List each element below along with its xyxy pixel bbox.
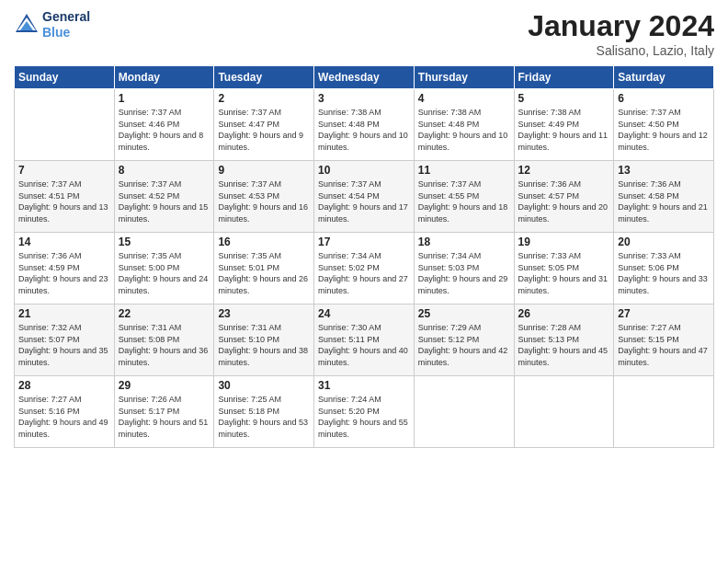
day-number: 10: [318, 164, 410, 177]
table-row: [15, 89, 115, 161]
col-monday: Monday: [114, 66, 214, 89]
day-number: 27: [618, 307, 710, 320]
day-number: 26: [518, 307, 610, 320]
day-number: 18: [418, 236, 510, 248]
day-number: 31: [318, 379, 410, 392]
table-row: 11Sunrise: 7:37 AMSunset: 4:55 PMDayligh…: [414, 161, 514, 233]
month-title: January 2024: [528, 9, 714, 43]
day-info: Sunrise: 7:33 AMSunset: 5:05 PMDaylight:…: [518, 250, 610, 296]
day-info: Sunrise: 7:25 AMSunset: 5:18 PMDaylight:…: [218, 394, 310, 440]
table-row: [614, 376, 714, 448]
col-sunday: Sunday: [15, 66, 115, 89]
logo-icon: [14, 12, 40, 38]
day-number: 22: [119, 307, 210, 320]
day-info: Sunrise: 7:34 AMSunset: 5:03 PMDaylight:…: [418, 250, 510, 296]
table-row: 18Sunrise: 7:34 AMSunset: 5:03 PMDayligh…: [414, 233, 514, 304]
day-info: Sunrise: 7:35 AMSunset: 5:01 PMDaylight:…: [218, 250, 310, 296]
day-number: 8: [119, 164, 210, 177]
day-info: Sunrise: 7:37 AMSunset: 4:52 PMDaylight:…: [119, 178, 210, 224]
day-info: Sunrise: 7:30 AMSunset: 5:11 PMDaylight:…: [318, 322, 410, 368]
day-number: 28: [18, 379, 110, 392]
day-number: 12: [518, 164, 610, 177]
col-wednesday: Wednesday: [314, 66, 415, 89]
col-tuesday: Tuesday: [214, 66, 314, 89]
table-row: 26Sunrise: 7:28 AMSunset: 5:13 PMDayligh…: [514, 304, 614, 376]
table-row: 3Sunrise: 7:38 AMSunset: 4:48 PMDaylight…: [314, 89, 415, 161]
table-row: 19Sunrise: 7:33 AMSunset: 5:05 PMDayligh…: [514, 233, 614, 304]
table-row: 16Sunrise: 7:35 AMSunset: 5:01 PMDayligh…: [214, 233, 314, 304]
table-row: 21Sunrise: 7:32 AMSunset: 5:07 PMDayligh…: [15, 304, 115, 376]
col-thursday: Thursday: [414, 66, 514, 89]
day-number: 21: [18, 307, 110, 320]
header: General Blue January 2024 Salisano, Lazi…: [14, 9, 714, 58]
table-row: 15Sunrise: 7:35 AMSunset: 5:00 PMDayligh…: [114, 233, 214, 304]
col-saturday: Saturday: [614, 66, 714, 89]
table-row: [414, 376, 514, 448]
table-row: 9Sunrise: 7:37 AMSunset: 4:53 PMDaylight…: [214, 161, 314, 233]
day-info: Sunrise: 7:38 AMSunset: 4:48 PMDaylight:…: [318, 107, 410, 153]
day-info: Sunrise: 7:27 AMSunset: 5:16 PMDaylight:…: [18, 394, 110, 440]
table-row: 24Sunrise: 7:30 AMSunset: 5:11 PMDayligh…: [314, 304, 415, 376]
table-row: 2Sunrise: 7:37 AMSunset: 4:47 PMDaylight…: [214, 89, 314, 161]
calendar-week-row: 14Sunrise: 7:36 AMSunset: 4:59 PMDayligh…: [15, 233, 714, 304]
col-friday: Friday: [514, 66, 614, 89]
calendar-week-row: 1Sunrise: 7:37 AMSunset: 4:46 PMDaylight…: [15, 89, 714, 161]
table-row: 14Sunrise: 7:36 AMSunset: 4:59 PMDayligh…: [15, 233, 115, 304]
table-row: 6Sunrise: 7:37 AMSunset: 4:50 PMDaylight…: [614, 89, 714, 161]
table-row: 7Sunrise: 7:37 AMSunset: 4:51 PMDaylight…: [15, 161, 115, 233]
day-number: 4: [418, 92, 510, 105]
logo: General Blue: [14, 9, 90, 40]
day-info: Sunrise: 7:36 AMSunset: 4:58 PMDaylight:…: [618, 178, 710, 224]
day-number: 14: [18, 236, 110, 248]
calendar-week-row: 28Sunrise: 7:27 AMSunset: 5:16 PMDayligh…: [15, 376, 714, 448]
location-subtitle: Salisano, Lazio, Italy: [528, 43, 714, 58]
table-row: 1Sunrise: 7:37 AMSunset: 4:46 PMDaylight…: [114, 89, 214, 161]
day-number: 7: [18, 164, 110, 177]
table-row: 23Sunrise: 7:31 AMSunset: 5:10 PMDayligh…: [214, 304, 314, 376]
day-number: 17: [318, 236, 410, 248]
day-info: Sunrise: 7:36 AMSunset: 4:57 PMDaylight:…: [518, 178, 610, 224]
day-info: Sunrise: 7:31 AMSunset: 5:10 PMDaylight:…: [218, 322, 310, 368]
logo-text-line1: General: [42, 9, 90, 25]
table-row: 4Sunrise: 7:38 AMSunset: 4:48 PMDaylight…: [414, 89, 514, 161]
table-row: 25Sunrise: 7:29 AMSunset: 5:12 PMDayligh…: [414, 304, 514, 376]
table-row: [514, 376, 614, 448]
table-row: 12Sunrise: 7:36 AMSunset: 4:57 PMDayligh…: [514, 161, 614, 233]
logo-text-line2: Blue: [42, 25, 90, 40]
table-row: 13Sunrise: 7:36 AMSunset: 4:58 PMDayligh…: [614, 161, 714, 233]
day-info: Sunrise: 7:37 AMSunset: 4:51 PMDaylight:…: [18, 178, 110, 224]
table-row: 22Sunrise: 7:31 AMSunset: 5:08 PMDayligh…: [114, 304, 214, 376]
day-info: Sunrise: 7:37 AMSunset: 4:53 PMDaylight:…: [218, 178, 310, 224]
day-number: 23: [218, 307, 310, 320]
day-info: Sunrise: 7:35 AMSunset: 5:00 PMDaylight:…: [119, 250, 210, 296]
table-row: 29Sunrise: 7:26 AMSunset: 5:17 PMDayligh…: [114, 376, 214, 448]
day-info: Sunrise: 7:34 AMSunset: 5:02 PMDaylight:…: [318, 250, 410, 296]
table-row: 27Sunrise: 7:27 AMSunset: 5:15 PMDayligh…: [614, 304, 714, 376]
table-row: 30Sunrise: 7:25 AMSunset: 5:18 PMDayligh…: [214, 376, 314, 448]
table-row: 10Sunrise: 7:37 AMSunset: 4:54 PMDayligh…: [314, 161, 415, 233]
day-info: Sunrise: 7:37 AMSunset: 4:47 PMDaylight:…: [218, 107, 310, 153]
day-info: Sunrise: 7:31 AMSunset: 5:08 PMDaylight:…: [119, 322, 210, 368]
day-info: Sunrise: 7:29 AMSunset: 5:12 PMDaylight:…: [418, 322, 510, 368]
day-number: 15: [119, 236, 210, 248]
day-number: 13: [618, 164, 710, 177]
day-number: 6: [618, 92, 710, 105]
day-number: 2: [218, 92, 310, 105]
day-info: Sunrise: 7:37 AMSunset: 4:54 PMDaylight:…: [318, 178, 410, 224]
day-info: Sunrise: 7:37 AMSunset: 4:46 PMDaylight:…: [119, 107, 210, 153]
day-number: 16: [218, 236, 310, 248]
day-info: Sunrise: 7:26 AMSunset: 5:17 PMDaylight:…: [119, 394, 210, 440]
day-info: Sunrise: 7:24 AMSunset: 5:20 PMDaylight:…: [318, 394, 410, 440]
day-info: Sunrise: 7:27 AMSunset: 5:15 PMDaylight:…: [618, 322, 710, 368]
day-number: 11: [418, 164, 510, 177]
title-block: January 2024 Salisano, Lazio, Italy: [528, 9, 714, 58]
day-number: 3: [318, 92, 410, 105]
calendar-week-row: 21Sunrise: 7:32 AMSunset: 5:07 PMDayligh…: [15, 304, 714, 376]
day-number: 19: [518, 236, 610, 248]
day-info: Sunrise: 7:32 AMSunset: 5:07 PMDaylight:…: [18, 322, 110, 368]
day-number: 20: [618, 236, 710, 248]
table-row: 20Sunrise: 7:33 AMSunset: 5:06 PMDayligh…: [614, 233, 714, 304]
day-number: 29: [119, 379, 210, 392]
day-number: 1: [119, 92, 210, 105]
calendar-table: Sunday Monday Tuesday Wednesday Thursday…: [14, 65, 714, 448]
